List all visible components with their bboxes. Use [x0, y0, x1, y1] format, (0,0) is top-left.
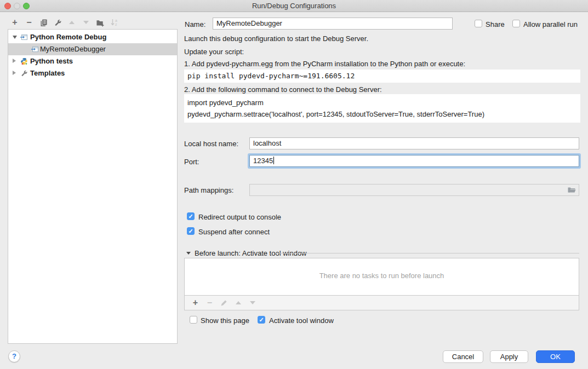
add-task-button[interactable]: +: [192, 299, 199, 307]
step2-text: 2. Add the following command to connect …: [184, 85, 382, 94]
allow-parallel-run-label: Allow parallel run: [523, 20, 578, 28]
arrow-up-icon: [69, 21, 75, 24]
local-host-name-label: Local host name:: [184, 140, 238, 148]
allow-parallel-run-checkbox[interactable]: [512, 20, 520, 27]
port-label: Port:: [184, 158, 199, 166]
local-host-name-input[interactable]: localhost: [249, 137, 579, 149]
add-configuration-button[interactable]: +: [10, 18, 19, 27]
configurations-tree: Python Remote Debug MyRemoteDebugger Pyt…: [8, 29, 178, 344]
copy-icon: [39, 19, 48, 27]
tree-item-label: Templates: [30, 69, 65, 77]
edit-templates-button[interactable]: [53, 18, 62, 27]
tree-item-label: Python tests: [30, 57, 73, 65]
activate-tool-window-label: Activate tool window: [269, 316, 334, 325]
configurations-toolbar: + − a z: [10, 18, 119, 27]
name-value: MyRemoteDebugger: [216, 19, 282, 27]
tree-item-python-remote-debug[interactable]: Python Remote Debug: [8, 31, 177, 43]
tree-item-python-tests[interactable]: Python tests: [8, 55, 177, 67]
pencil-icon: [220, 299, 227, 307]
code-line-2: pydevd_pycharm.settrace('localhost', por…: [187, 108, 580, 120]
remove-configuration-button[interactable]: −: [25, 18, 33, 27]
browse-folder-icon[interactable]: [567, 186, 576, 194]
code-line-1: import pydevd_pycharm: [187, 97, 580, 108]
move-down-button[interactable]: [82, 18, 90, 27]
folder-plus-icon: [96, 19, 105, 27]
svg-text:z: z: [115, 22, 117, 26]
update-script-text: Update your script:: [184, 48, 244, 56]
share-checkbox[interactable]: [475, 20, 482, 27]
wrench-icon: [20, 70, 28, 77]
move-up-button[interactable]: [67, 18, 76, 27]
python-tests-icon: [20, 57, 28, 65]
show-this-page-label: Show this page: [201, 316, 249, 325]
title-bar: Run/Debug Configurations: [0, 0, 588, 12]
pip-install-command: pip install pydevd-pycharm~=191.6605.12: [184, 70, 580, 83]
tree-item-label: Python Remote Debug: [30, 33, 106, 41]
tree-item-templates[interactable]: Templates: [8, 67, 177, 79]
redirect-output-label: Redirect output to console: [198, 213, 281, 221]
window-title: Run/Debug Configurations: [0, 0, 588, 11]
cancel-button[interactable]: Cancel: [443, 350, 483, 363]
step1-text: 1. Add pydevd-pycharm.egg from the PyCha…: [184, 60, 465, 68]
arrow-down-icon: [83, 21, 89, 24]
before-launch-collapse-chevron[interactable]: [186, 252, 191, 255]
path-mappings-input[interactable]: [249, 184, 579, 196]
port-value: 12345: [253, 157, 273, 165]
share-label: Share: [486, 20, 505, 28]
section-divider: [276, 253, 579, 253]
tree-item-label: MyRemoteDebugger: [40, 45, 106, 53]
remote-debug-icon: [31, 45, 39, 53]
ok-button[interactable]: OK: [536, 350, 575, 363]
path-mappings-label: Path mappings:: [184, 186, 233, 194]
text-caret: [273, 157, 274, 164]
before-launch-empty-text: There are no tasks to run before launch: [184, 272, 579, 280]
collapsed-chevron-icon[interactable]: [13, 71, 16, 75]
remote-debug-icon: [20, 33, 28, 41]
move-task-down-button[interactable]: [249, 299, 256, 307]
copy-configuration-button[interactable]: [39, 18, 48, 27]
edit-task-button[interactable]: [220, 299, 227, 307]
tree-item-myremotedebugger[interactable]: MyRemoteDebugger: [8, 43, 177, 55]
suspend-after-connect-label: Suspend after connect: [198, 228, 270, 236]
create-folder-button[interactable]: [96, 18, 105, 27]
arrow-down-icon: [250, 301, 255, 304]
wrench-icon: [54, 19, 62, 27]
port-input[interactable]: 12345: [249, 155, 579, 167]
activate-tool-window-checkbox[interactable]: [258, 316, 265, 324]
apply-button[interactable]: Apply: [490, 350, 528, 363]
show-this-page-checkbox[interactable]: [190, 316, 197, 324]
name-label: Name:: [185, 20, 205, 28]
before-launch-toolbar: + −: [184, 295, 579, 310]
move-task-up-button[interactable]: [235, 299, 242, 307]
local-host-name-value: localhost: [253, 139, 281, 147]
redirect-output-checkbox[interactable]: [187, 212, 195, 220]
help-button[interactable]: ?: [8, 350, 20, 362]
settrace-code-block: import pydevd_pycharm pydevd_pycharm.set…: [184, 94, 580, 123]
remove-task-button[interactable]: −: [206, 299, 213, 307]
intro-text: Launch this debug configuration to start…: [184, 34, 368, 43]
suspend-after-connect-checkbox[interactable]: [187, 227, 195, 235]
sort-configurations-button[interactable]: a z: [110, 18, 119, 27]
collapsed-chevron-icon[interactable]: [13, 59, 16, 63]
sort-alphabetically-icon: a z: [110, 18, 119, 27]
arrow-up-icon: [236, 301, 241, 304]
name-input[interactable]: MyRemoteDebugger: [213, 18, 453, 30]
expanded-chevron-icon[interactable]: [13, 36, 17, 39]
svg-text:a: a: [115, 19, 117, 22]
